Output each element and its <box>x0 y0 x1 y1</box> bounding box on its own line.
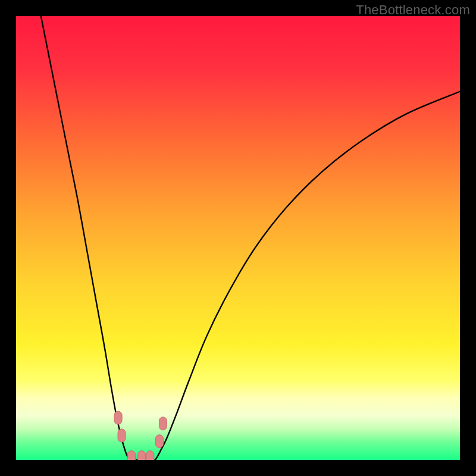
data-marker <box>114 411 122 424</box>
chart-svg <box>16 16 460 460</box>
data-marker <box>118 429 126 442</box>
gradient-background <box>16 16 460 460</box>
chart-frame: TheBottleneck.com <box>0 0 476 476</box>
data-marker <box>159 417 167 430</box>
data-marker <box>138 451 146 460</box>
data-marker <box>127 451 135 460</box>
data-marker <box>155 435 163 448</box>
plot-area <box>16 16 460 460</box>
data-marker <box>146 451 154 460</box>
